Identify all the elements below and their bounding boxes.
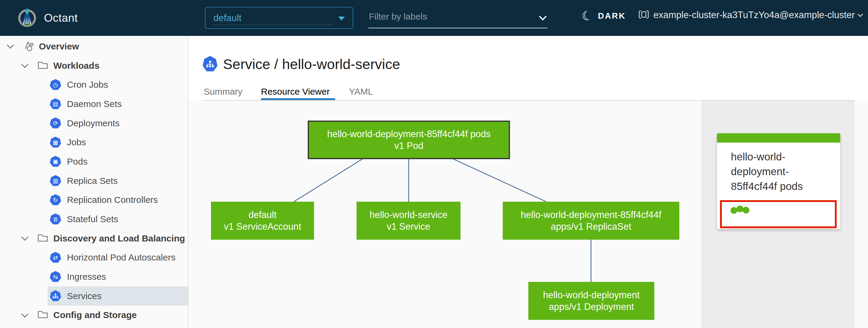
card-status-bar xyxy=(717,133,840,143)
node-kind: v1 ServiceAccount xyxy=(224,221,301,233)
pod-status-dot xyxy=(742,207,749,214)
node-kind: apps/v1 ReplicaSet xyxy=(551,221,631,233)
sidebar-item-ingresses[interactable]: ⇆ Ingresses xyxy=(0,267,188,287)
cluster-name: example-cluster-ka3TuTzYo4a@example-clus… xyxy=(653,10,855,21)
sidebar-item-label: Replica Sets xyxy=(67,176,118,186)
node-kind: apps/v1 Deployment xyxy=(549,301,634,312)
sidebar-item-label: Deployments xyxy=(67,118,120,128)
sidebar-item-label: Cron Jobs xyxy=(67,80,108,90)
theme-toggle-label: DARK xyxy=(598,11,626,21)
graph-node-replicaset[interactable]: hello-world-deployment-85ff4cf44f apps/v… xyxy=(503,202,679,240)
daemon-sets-icon: ▤ xyxy=(50,98,61,110)
moon-icon: ☾ xyxy=(580,8,594,24)
app-brand[interactable]: Octant xyxy=(17,7,78,29)
selected-node-indicator[interactable] xyxy=(720,200,837,228)
stateful-sets-icon: ≣ xyxy=(50,213,61,225)
sidebar-item-workloads[interactable]: Workloads xyxy=(0,56,188,76)
sidebar-item-replica-sets[interactable]: ▥ Replica Sets xyxy=(0,171,188,190)
node-name: hello-world-deployment-85ff4cf44f pods xyxy=(327,128,490,140)
chevron-down-icon[interactable] xyxy=(21,61,28,68)
sidebar-item-label: Ingresses xyxy=(67,272,106,282)
chevron-down-icon xyxy=(858,11,863,17)
chevron-down-icon[interactable] xyxy=(21,310,28,318)
pod-status-dot xyxy=(736,205,744,212)
tab-resource-viewer[interactable]: Resource Viewer xyxy=(261,87,330,97)
sidebar-item-discovery-and-load-balancing[interactable]: Discovery and Load Balancing xyxy=(0,229,188,248)
sidebar-item-label: Jobs xyxy=(67,137,86,147)
sidebar-item-overview[interactable]: Overview xyxy=(0,37,188,56)
service-icon xyxy=(203,56,218,72)
card-title: hello-world-deployment-85ff4cf44f pods xyxy=(731,149,823,193)
graph-node-deployment[interactable]: hello-world-deployment apps/v1 Deploymen… xyxy=(528,282,654,320)
tab-summary[interactable]: Summary xyxy=(204,87,242,97)
main-content: Service / hello-world-service Summary Re… xyxy=(189,36,868,328)
label-filter xyxy=(368,7,547,28)
objects-icon xyxy=(22,39,35,53)
graph-node-service[interactable]: hello-world-service v1 Service xyxy=(356,202,461,240)
page-title: Service / hello-world-service xyxy=(203,56,400,72)
node-name: hello-world-deployment-85ff4cf44f xyxy=(521,209,661,221)
sidebar-item-replication-controllers[interactable]: ↻ Replication Controllers xyxy=(0,190,188,210)
app-header: Octant default ☾ DARK example-cluster-ka… xyxy=(0,0,868,36)
detail-panel: hello-world-deployment-85ff4cf44f pods xyxy=(701,101,855,328)
sidebar-item-deployments[interactable]: ⟳ Deployments xyxy=(0,114,188,133)
services-icon xyxy=(50,290,61,302)
sidebar-item-daemon-sets[interactable]: ▤ Daemon Sets xyxy=(0,94,188,114)
octant-logo-icon xyxy=(17,7,37,29)
chevron-down-icon[interactable] xyxy=(21,234,28,241)
node-name: default xyxy=(248,209,276,221)
sidebar-item-pods[interactable]: ▣ Pods xyxy=(0,152,188,171)
label-filter-input[interactable] xyxy=(368,7,547,28)
cron-jobs-icon: ◷ xyxy=(50,79,61,90)
sidebar-nav: Overview Workloads ◷ Cron Jobs ▤ Daemon … xyxy=(0,36,188,328)
pod-status-dot xyxy=(730,207,738,214)
node-name: hello-world-deployment xyxy=(543,289,640,301)
sidebar-item-label: Discovery and Load Balancing xyxy=(53,233,185,244)
selected-resource-card[interactable]: hello-world-deployment-85ff4cf44f pods xyxy=(717,133,840,229)
sidebar-item-label: Replication Controllers xyxy=(67,195,158,205)
sidebar-item-services[interactable]: Services xyxy=(0,287,188,306)
sidebar-item-config-and-storage[interactable]: Config and Storage xyxy=(0,306,188,325)
folder-icon xyxy=(36,59,49,73)
sidebar-item-label: Daemon Sets xyxy=(67,99,122,109)
sidebar-item-jobs[interactable]: ▦ Jobs xyxy=(0,132,188,152)
sidebar-item-stateful-sets[interactable]: ≣ Stateful Sets xyxy=(0,210,188,229)
chevron-down-icon[interactable] xyxy=(7,41,14,49)
namespace-select-value: default xyxy=(213,13,241,24)
cluster-icon xyxy=(638,9,649,21)
tab-yaml[interactable]: YAML xyxy=(349,87,373,97)
folder-icon xyxy=(36,232,49,245)
namespace-select[interactable]: default xyxy=(205,7,353,29)
sidebar-item-label: Services xyxy=(67,291,101,301)
sidebar-item-label: Workloads xyxy=(53,61,99,71)
app-title: Octant xyxy=(44,12,78,24)
deployments-icon: ⟳ xyxy=(50,118,61,129)
theme-toggle-button[interactable]: ☾ DARK xyxy=(582,10,626,22)
page-title-text: Service / hello-world-service xyxy=(223,56,400,72)
node-name: hello-world-service xyxy=(370,209,447,221)
node-kind: v1 Pod xyxy=(394,140,424,152)
folder-icon xyxy=(36,308,49,322)
hpa-icon: ⇄ xyxy=(50,252,61,263)
replication-controllers-icon: ↻ xyxy=(50,194,61,206)
cluster-context-menu[interactable]: example-cluster-ka3TuTzYo4a@example-clus… xyxy=(638,9,862,21)
graph-node-pod[interactable]: hello-world-deployment-85ff4cf44f pods v… xyxy=(308,121,510,159)
replica-sets-icon: ▥ xyxy=(50,175,61,187)
node-kind: v1 Service xyxy=(387,221,430,233)
sidebar-item-label: Stateful Sets xyxy=(67,214,118,224)
sidebar-item-label: Config and Storage xyxy=(53,310,137,320)
ingresses-icon: ⇆ xyxy=(50,271,61,282)
sidebar-item-label: Horizontal Pod Autoscalers xyxy=(67,252,176,263)
namespace-select-underline xyxy=(212,25,333,25)
sidebar-item-label: Pods xyxy=(67,156,87,167)
graph-node-serviceaccount[interactable]: default v1 ServiceAccount xyxy=(211,202,314,240)
pods-icon: ▣ xyxy=(50,156,61,167)
sidebar-item-cron-jobs[interactable]: ◷ Cron Jobs xyxy=(0,75,188,94)
sidebar-item-label: Overview xyxy=(39,41,79,52)
caret-down-icon xyxy=(338,17,345,21)
sidebar-item-horizontal-pod-autoscalers[interactable]: ⇄ Horizontal Pod Autoscalers xyxy=(0,248,188,267)
jobs-icon: ▦ xyxy=(50,137,61,148)
